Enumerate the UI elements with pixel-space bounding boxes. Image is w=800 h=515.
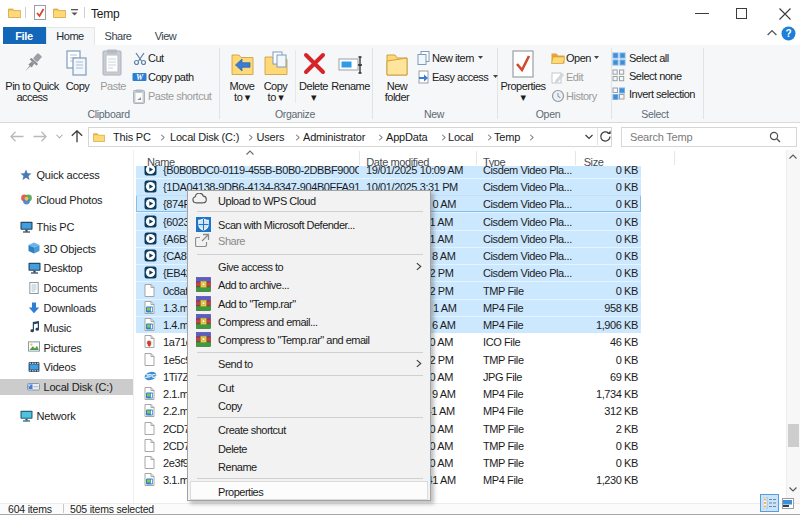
svg-text:JPG: JPG (145, 373, 156, 379)
svg-text:?: ? (785, 28, 791, 39)
svg-text:W: W (136, 73, 144, 82)
